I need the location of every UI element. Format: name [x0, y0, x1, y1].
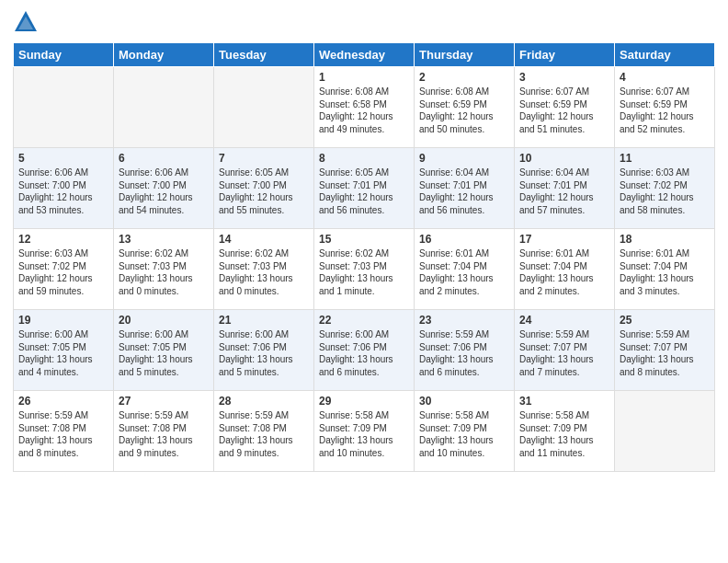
calendar-cell: 15Sunrise: 6:02 AM Sunset: 7:03 PM Dayli…	[314, 229, 415, 310]
day-number: 19	[18, 314, 108, 327]
calendar-week-row: 12Sunrise: 6:03 AM Sunset: 7:02 PM Dayli…	[14, 229, 715, 310]
day-info: Sunrise: 6:08 AM Sunset: 6:58 PM Dayligh…	[319, 86, 409, 135]
day-info: Sunrise: 6:01 AM Sunset: 7:04 PM Dayligh…	[519, 247, 609, 297]
calendar-cell: 11Sunrise: 6:03 AM Sunset: 7:02 PM Dayli…	[615, 148, 715, 229]
page: SundayMondayTuesdayWednesdayThursdayFrid…	[0, 0, 728, 563]
day-number: 23	[419, 314, 509, 327]
day-info: Sunrise: 5:58 AM Sunset: 7:09 PM Dayligh…	[319, 409, 409, 459]
day-info: Sunrise: 6:01 AM Sunset: 7:04 PM Dayligh…	[419, 247, 509, 297]
day-number: 5	[18, 152, 108, 165]
calendar-header-tuesday: Tuesday	[214, 43, 314, 67]
day-number: 1	[319, 71, 409, 84]
calendar-header-thursday: Thursday	[415, 43, 515, 67]
day-info: Sunrise: 6:02 AM Sunset: 7:03 PM Dayligh…	[319, 247, 409, 297]
day-number: 13	[119, 233, 209, 246]
day-number: 21	[219, 314, 309, 327]
day-info: Sunrise: 6:04 AM Sunset: 7:01 PM Dayligh…	[519, 167, 609, 216]
day-info: Sunrise: 6:07 AM Sunset: 6:59 PM Dayligh…	[519, 86, 609, 135]
day-info: Sunrise: 5:59 AM Sunset: 7:08 PM Dayligh…	[119, 409, 209, 459]
day-info: Sunrise: 6:08 AM Sunset: 6:59 PM Dayligh…	[419, 86, 509, 135]
calendar-header-saturday: Saturday	[615, 43, 715, 67]
calendar-cell: 18Sunrise: 6:01 AM Sunset: 7:04 PM Dayli…	[615, 229, 715, 310]
calendar-cell: 25Sunrise: 5:59 AM Sunset: 7:07 PM Dayli…	[615, 310, 715, 391]
calendar-cell: 31Sunrise: 5:58 AM Sunset: 7:09 PM Dayli…	[515, 391, 615, 472]
day-number: 30	[419, 395, 509, 408]
calendar-cell	[114, 67, 214, 148]
calendar-cell: 6Sunrise: 6:06 AM Sunset: 7:00 PM Daylig…	[114, 148, 214, 229]
calendar-cell: 16Sunrise: 6:01 AM Sunset: 7:04 PM Dayli…	[415, 229, 515, 310]
calendar-cell: 23Sunrise: 5:59 AM Sunset: 7:06 PM Dayli…	[415, 310, 515, 391]
day-number: 29	[319, 395, 409, 408]
day-number: 16	[419, 233, 509, 246]
calendar-cell: 4Sunrise: 6:07 AM Sunset: 6:59 PM Daylig…	[615, 67, 715, 148]
day-info: Sunrise: 6:00 AM Sunset: 7:05 PM Dayligh…	[18, 328, 108, 378]
day-info: Sunrise: 6:05 AM Sunset: 7:00 PM Dayligh…	[219, 167, 309, 216]
calendar-header-monday: Monday	[114, 43, 214, 67]
day-number: 25	[620, 314, 710, 327]
day-info: Sunrise: 5:59 AM Sunset: 7:08 PM Dayligh…	[219, 409, 309, 459]
day-info: Sunrise: 5:58 AM Sunset: 7:09 PM Dayligh…	[419, 409, 509, 459]
calendar-header-friday: Friday	[515, 43, 615, 67]
calendar-cell: 24Sunrise: 5:59 AM Sunset: 7:07 PM Dayli…	[515, 310, 615, 391]
calendar-cell: 8Sunrise: 6:05 AM Sunset: 7:01 PM Daylig…	[314, 148, 415, 229]
calendar-cell: 3Sunrise: 6:07 AM Sunset: 6:59 PM Daylig…	[515, 67, 615, 148]
calendar-cell	[214, 67, 314, 148]
logo	[13, 9, 40, 35]
calendar-cell: 12Sunrise: 6:03 AM Sunset: 7:02 PM Dayli…	[14, 229, 114, 310]
calendar-week-row: 1Sunrise: 6:08 AM Sunset: 6:58 PM Daylig…	[14, 67, 715, 148]
day-info: Sunrise: 6:00 AM Sunset: 7:06 PM Dayligh…	[219, 328, 309, 378]
day-number: 24	[519, 314, 609, 327]
day-number: 28	[219, 395, 309, 408]
day-number: 15	[319, 233, 409, 246]
day-number: 10	[519, 152, 609, 165]
day-info: Sunrise: 6:02 AM Sunset: 7:03 PM Dayligh…	[119, 247, 209, 297]
calendar-cell: 5Sunrise: 6:06 AM Sunset: 7:00 PM Daylig…	[14, 148, 114, 229]
calendar-cell: 17Sunrise: 6:01 AM Sunset: 7:04 PM Dayli…	[515, 229, 615, 310]
calendar-cell: 30Sunrise: 5:58 AM Sunset: 7:09 PM Dayli…	[415, 391, 515, 472]
day-info: Sunrise: 6:05 AM Sunset: 7:01 PM Dayligh…	[319, 167, 409, 216]
day-number: 22	[319, 314, 409, 327]
calendar-cell: 14Sunrise: 6:02 AM Sunset: 7:03 PM Dayli…	[214, 229, 314, 310]
calendar-cell	[615, 391, 715, 472]
day-number: 7	[219, 152, 309, 165]
day-info: Sunrise: 5:59 AM Sunset: 7:06 PM Dayligh…	[419, 328, 509, 378]
day-number: 9	[419, 152, 509, 165]
calendar-cell: 27Sunrise: 5:59 AM Sunset: 7:08 PM Dayli…	[114, 391, 214, 472]
day-number: 31	[519, 395, 609, 408]
day-info: Sunrise: 5:59 AM Sunset: 7:07 PM Dayligh…	[519, 328, 609, 378]
day-number: 4	[620, 71, 710, 84]
day-info: Sunrise: 5:58 AM Sunset: 7:09 PM Dayligh…	[519, 409, 609, 459]
calendar-header-wednesday: Wednesday	[314, 43, 415, 67]
header	[13, 9, 715, 35]
day-info: Sunrise: 5:59 AM Sunset: 7:08 PM Dayligh…	[18, 409, 108, 459]
day-number: 12	[18, 233, 108, 246]
day-number: 18	[620, 233, 710, 246]
day-info: Sunrise: 6:00 AM Sunset: 7:05 PM Dayligh…	[119, 328, 209, 378]
calendar-week-row: 5Sunrise: 6:06 AM Sunset: 7:00 PM Daylig…	[14, 148, 715, 229]
calendar-cell: 13Sunrise: 6:02 AM Sunset: 7:03 PM Dayli…	[114, 229, 214, 310]
calendar-cell: 7Sunrise: 6:05 AM Sunset: 7:00 PM Daylig…	[214, 148, 314, 229]
calendar-cell: 19Sunrise: 6:00 AM Sunset: 7:05 PM Dayli…	[14, 310, 114, 391]
day-number: 20	[119, 314, 209, 327]
day-number: 3	[519, 71, 609, 84]
calendar-cell: 29Sunrise: 5:58 AM Sunset: 7:09 PM Dayli…	[314, 391, 415, 472]
day-info: Sunrise: 6:02 AM Sunset: 7:03 PM Dayligh…	[219, 247, 309, 297]
calendar: SundayMondayTuesdayWednesdayThursdayFrid…	[13, 42, 715, 472]
calendar-week-row: 26Sunrise: 5:59 AM Sunset: 7:08 PM Dayli…	[14, 391, 715, 472]
day-number: 11	[620, 152, 710, 165]
day-info: Sunrise: 6:00 AM Sunset: 7:06 PM Dayligh…	[319, 328, 409, 378]
day-number: 8	[319, 152, 409, 165]
day-info: Sunrise: 6:01 AM Sunset: 7:04 PM Dayligh…	[620, 247, 710, 297]
day-number: 14	[219, 233, 309, 246]
day-number: 27	[119, 395, 209, 408]
day-info: Sunrise: 6:07 AM Sunset: 6:59 PM Dayligh…	[620, 86, 710, 135]
day-info: Sunrise: 6:06 AM Sunset: 7:00 PM Dayligh…	[18, 167, 108, 216]
calendar-cell: 22Sunrise: 6:00 AM Sunset: 7:06 PM Dayli…	[314, 310, 415, 391]
calendar-cell: 20Sunrise: 6:00 AM Sunset: 7:05 PM Dayli…	[114, 310, 214, 391]
calendar-cell: 21Sunrise: 6:00 AM Sunset: 7:06 PM Dayli…	[214, 310, 314, 391]
calendar-cell: 10Sunrise: 6:04 AM Sunset: 7:01 PM Dayli…	[515, 148, 615, 229]
day-info: Sunrise: 6:04 AM Sunset: 7:01 PM Dayligh…	[419, 167, 509, 216]
day-number: 17	[519, 233, 609, 246]
calendar-header-sunday: Sunday	[14, 43, 114, 67]
day-info: Sunrise: 6:03 AM Sunset: 7:02 PM Dayligh…	[18, 247, 108, 297]
